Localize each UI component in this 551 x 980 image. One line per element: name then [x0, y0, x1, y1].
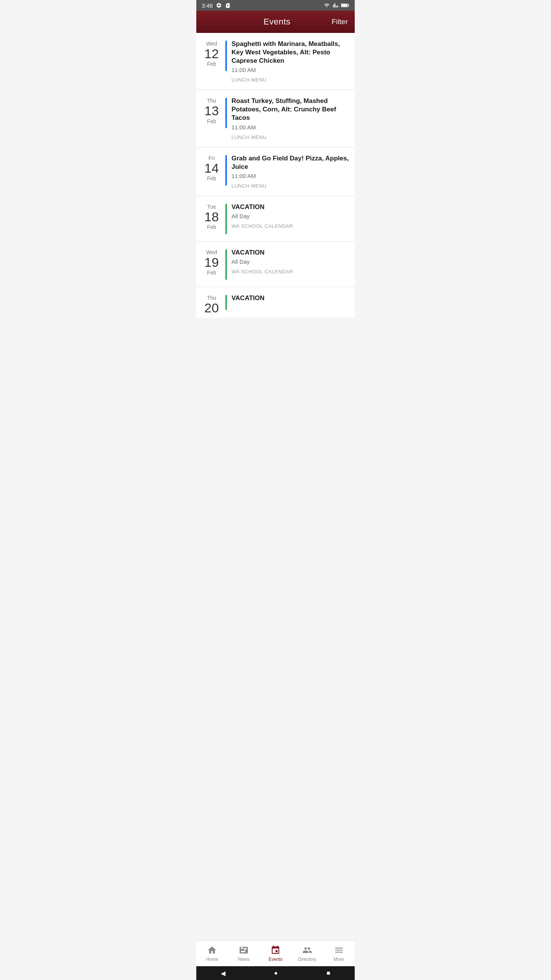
event-day-name: Tue — [207, 204, 216, 210]
event-category: WA SCHOOL CALENDAR — [231, 269, 349, 274]
event-title: VACATION — [231, 248, 349, 257]
sim-icon — [225, 2, 230, 8]
event-month: Feb — [207, 224, 216, 230]
event-time: 11:00 AM — [231, 173, 349, 179]
event-day-name: Fri — [209, 155, 215, 161]
event-bar — [225, 295, 227, 310]
wifi-icon — [323, 3, 330, 8]
event-item[interactable]: Wed 19 Feb VACATION All Day WA SCHOOL CA… — [196, 242, 355, 287]
event-content: Spaghetti with Marinara, Meatballs, Key … — [231, 40, 349, 83]
event-day-num: 13 — [204, 104, 219, 118]
event-category: WA SCHOOL CALENDAR — [231, 223, 349, 229]
settings-icon — [216, 2, 222, 8]
event-day-num: 18 — [204, 210, 219, 224]
event-title: VACATION — [231, 294, 349, 302]
event-item[interactable]: Fri 14 Feb Grab and Go Field Day! Pizza,… — [196, 147, 355, 196]
event-bar — [225, 98, 227, 128]
signal-icon — [333, 3, 339, 8]
event-day-num: 20 — [204, 301, 219, 315]
svg-rect-1 — [348, 5, 349, 6]
event-content: VACATION All Day WA SCHOOL CALENDAR — [231, 203, 349, 229]
event-bar — [225, 41, 227, 71]
event-date: Wed 19 Feb — [202, 248, 222, 276]
event-date: Thu 13 Feb — [202, 97, 222, 124]
event-bar — [225, 155, 227, 186]
status-time: 3:48 — [202, 2, 213, 9]
event-content: VACATION — [231, 294, 349, 304]
event-date: Tue 18 Feb — [202, 203, 222, 230]
event-date: Wed 12 Feb — [202, 40, 222, 67]
event-bar — [225, 249, 227, 280]
event-month: Feb — [207, 270, 216, 276]
event-time: All Day — [231, 258, 349, 265]
event-category: LUNCH MENU — [231, 77, 349, 83]
filter-button[interactable]: Filter — [332, 18, 348, 26]
event-month: Feb — [207, 118, 216, 124]
status-bar: 3:48 — [196, 0, 355, 11]
event-month: Feb — [207, 175, 216, 181]
event-item[interactable]: Tue 18 Feb VACATION All Day WA SCHOOL CA… — [196, 196, 355, 242]
event-day-name: Thu — [207, 295, 216, 301]
event-title: Roast Turkey, Stuffing, Mashed Potatoes,… — [231, 97, 349, 122]
status-bar-right — [323, 3, 349, 8]
event-title: Spaghetti with Marinara, Meatballs, Key … — [231, 40, 349, 65]
event-month: Feb — [207, 61, 216, 67]
event-day-name: Thu — [207, 98, 216, 104]
event-title: VACATION — [231, 203, 349, 211]
event-item[interactable]: Thu 13 Feb Roast Turkey, Stuffing, Mashe… — [196, 90, 355, 147]
event-category: LUNCH MENU — [231, 134, 349, 140]
event-day-num: 19 — [204, 255, 219, 270]
event-item[interactable]: Wed 12 Feb Spaghetti with Marinara, Meat… — [196, 33, 355, 90]
event-content: Grab and Go Field Day! Pizza, Apples, Ju… — [231, 154, 349, 189]
status-bar-left: 3:48 — [202, 2, 230, 9]
event-bar — [225, 204, 227, 234]
battery-icon — [341, 3, 349, 8]
event-item-partial[interactable]: Thu 20 VACATION — [196, 287, 355, 318]
svg-rect-2 — [341, 4, 347, 7]
event-time: All Day — [231, 213, 349, 219]
event-category: LUNCH MENU — [231, 183, 349, 189]
event-title: Grab and Go Field Day! Pizza, Apples, Ju… — [231, 154, 349, 171]
header: Events Filter — [196, 11, 355, 33]
event-day-num: 12 — [204, 47, 219, 61]
event-day-name: Wed — [206, 249, 217, 255]
events-list: Wed 12 Feb Spaghetti with Marinara, Meat… — [196, 33, 355, 318]
event-time: 11:00 AM — [231, 124, 349, 131]
event-content: VACATION All Day WA SCHOOL CALENDAR — [231, 248, 349, 274]
event-time: 11:00 AM — [231, 67, 349, 73]
event-date: Fri 14 Feb — [202, 154, 222, 181]
event-date: Thu 20 — [202, 294, 222, 315]
page-title: Events — [222, 17, 332, 27]
event-content: Roast Turkey, Stuffing, Mashed Potatoes,… — [231, 97, 349, 140]
event-day-name: Wed — [206, 41, 217, 47]
event-day-num: 14 — [204, 161, 219, 175]
